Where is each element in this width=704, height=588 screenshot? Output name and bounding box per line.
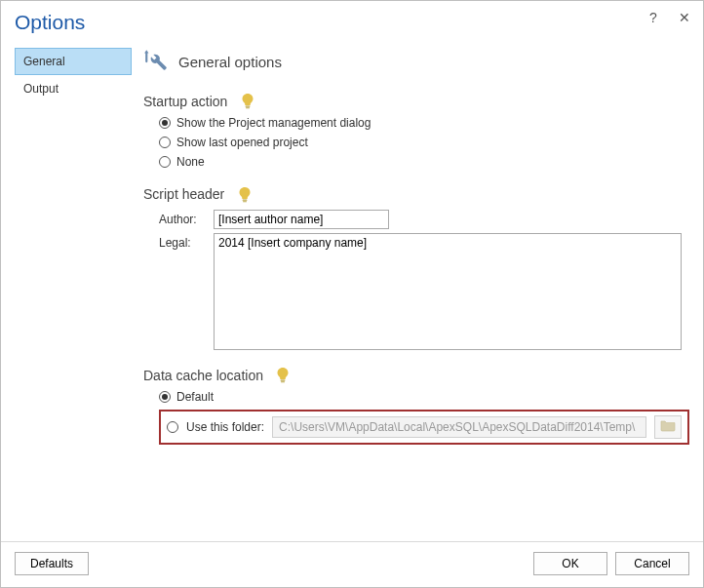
cancel-button[interactable]: Cancel	[615, 552, 689, 575]
author-label: Author:	[159, 210, 206, 226]
radio-icon	[159, 391, 171, 403]
svg-rect-0	[145, 52, 147, 62]
help-icon[interactable]: ?	[645, 9, 662, 26]
content-pane: General options Startup action Show the …	[143, 48, 689, 541]
svg-rect-5	[281, 380, 286, 381]
sidebar-item-label: General	[23, 55, 65, 68]
page-heading-row: General options	[143, 48, 685, 76]
radio-label: None	[176, 155, 205, 169]
author-input[interactable]	[214, 210, 389, 229]
radio-none[interactable]: None	[159, 155, 685, 169]
svg-rect-2	[246, 108, 250, 109]
radio-icon	[159, 137, 171, 148]
footer-right: OK Cancel	[533, 552, 689, 575]
radio-label: Show last opened project	[176, 136, 308, 149]
options-dialog: Options ? ✕ General Output	[0, 0, 704, 588]
section-startup-header: Startup action	[143, 94, 685, 112]
section-cache-header: Data cache location	[143, 368, 685, 386]
svg-rect-1	[245, 106, 250, 107]
section-title: Data cache location	[143, 368, 263, 383]
dialog-body: General Output General options Star	[1, 44, 703, 541]
sidebar-item-output[interactable]: Output	[15, 75, 132, 102]
hint-bulb-icon[interactable]	[238, 187, 252, 206]
svg-rect-6	[281, 381, 285, 382]
ok-button[interactable]: OK	[533, 552, 607, 575]
page-heading: General options	[178, 54, 282, 70]
sidebar-item-label: Output	[23, 82, 59, 96]
radio-show-project-dialog[interactable]: Show the Project management dialog	[159, 116, 685, 130]
radio-show-last-project[interactable]: Show last opened project	[159, 136, 685, 149]
section-title: Script header	[143, 186, 224, 202]
cache-path-input	[272, 416, 646, 438]
hint-bulb-icon[interactable]	[276, 368, 290, 386]
folder-icon	[660, 418, 676, 435]
legal-row: Legal:	[159, 233, 685, 350]
author-row: Author:	[159, 210, 685, 229]
sidebar: General Output	[15, 48, 132, 541]
radio-label: Use this folder:	[186, 420, 264, 434]
dialog-footer: Defaults OK Cancel	[1, 541, 703, 587]
browse-folder-button[interactable]	[654, 415, 682, 439]
close-icon[interactable]: ✕	[676, 9, 693, 26]
radio-cache-default[interactable]: Default	[159, 390, 685, 404]
titlebar-buttons: ? ✕	[645, 7, 693, 26]
titlebar: Options ? ✕	[1, 1, 703, 44]
radio-label: Default	[176, 390, 214, 404]
sidebar-item-general[interactable]: General	[15, 48, 132, 75]
use-folder-row: Use this folder:	[159, 410, 689, 445]
section-script-header: Script header	[143, 186, 685, 205]
dialog-title: Options	[15, 11, 85, 34]
radio-icon	[159, 117, 171, 129]
defaults-button[interactable]: Defaults	[15, 552, 89, 575]
radio-cache-use-folder[interactable]	[167, 421, 178, 433]
svg-rect-4	[243, 201, 247, 202]
startup-options: Show the Project management dialog Show …	[143, 116, 685, 169]
legal-label: Legal:	[159, 233, 206, 250]
legal-textarea[interactable]	[214, 233, 682, 350]
wrench-icon	[143, 48, 169, 76]
radio-label: Show the Project management dialog	[176, 116, 371, 130]
radio-icon	[159, 156, 171, 168]
svg-rect-3	[242, 199, 247, 200]
section-title: Startup action	[143, 94, 227, 109]
cache-options: Default Use this folder:	[143, 390, 685, 445]
script-header-fields: Author: Legal:	[143, 210, 685, 350]
hint-bulb-icon[interactable]	[241, 94, 254, 112]
